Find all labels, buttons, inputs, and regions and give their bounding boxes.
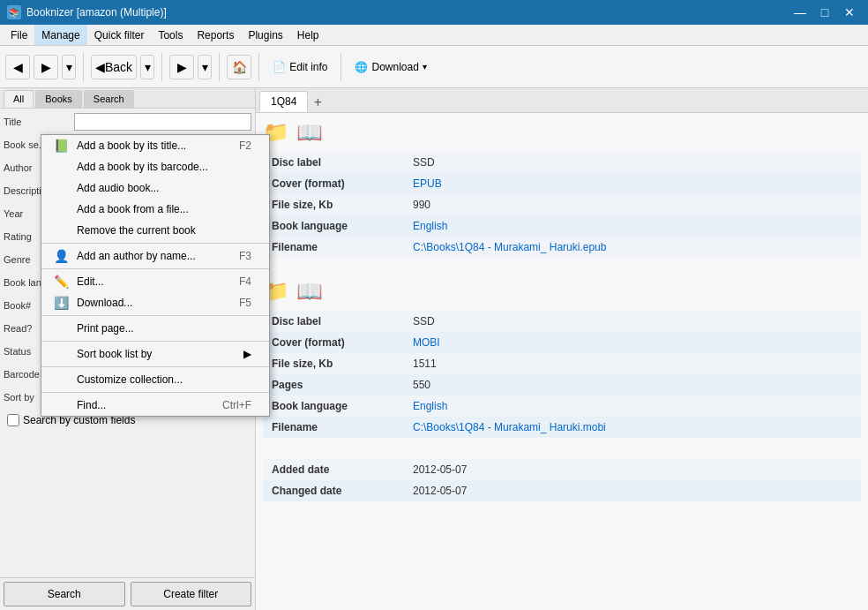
label-disc1: Disc label <box>263 152 404 173</box>
edit-info-button[interactable]: 📄 Edit info <box>266 51 333 83</box>
add-author-shortcut: F3 <box>221 250 251 262</box>
menu-file[interactable]: File <box>4 25 34 45</box>
value-filename1[interactable]: C:\Books\1Q84 - Murakami_ Haruki.epub <box>404 237 861 258</box>
add-file-label: Add a book from a file... <box>77 203 189 215</box>
menu-item-add-file[interactable]: Add a book from a file... <box>41 199 269 220</box>
label-lang1: Book language <box>263 215 404 237</box>
menu-reports[interactable]: Reports <box>190 25 241 45</box>
download-button[interactable]: 🌐 Download ▾ <box>348 51 432 83</box>
menu-item-add-title[interactable]: 📗 Add a book by its title... F2 <box>41 135 269 156</box>
separator1 <box>83 53 84 81</box>
menu-item-edit[interactable]: ✏️ Edit... F4 <box>41 271 269 292</box>
menu-item-customize[interactable]: Customize collection... <box>41 369 269 390</box>
menu-item-add-author[interactable]: 👤 Add an author by name... F3 <box>41 245 269 267</box>
tab-books[interactable]: Books <box>35 90 82 108</box>
download-icon: 🌐 <box>355 61 368 73</box>
tab-search[interactable]: Search <box>84 90 134 108</box>
tab-all[interactable]: All <box>4 90 34 108</box>
value-cover2[interactable]: MOBI <box>404 332 861 353</box>
nav-prev2[interactable]: ▶ <box>34 55 58 79</box>
info-table-2: Disc label SSD Cover (format) MOBI File … <box>263 311 861 438</box>
nav-prev1[interactable]: ◀ <box>5 55 30 79</box>
right-panel: 1Q84 + 📁 📖 Disc label SSD Cover (forma <box>256 88 868 610</box>
nav-dropdown3[interactable]: ▾ <box>198 55 212 79</box>
title-input[interactable] <box>74 113 251 131</box>
label-filesize1: File size, Kb <box>263 194 404 215</box>
menu-item-find[interactable]: Find... Ctrl+F <box>41 395 269 416</box>
value-filesize1: 990 <box>404 194 861 215</box>
label-filename2: Filename <box>263 417 404 438</box>
window-controls: — □ ✕ <box>789 4 861 21</box>
table-row: Filename C:\Books\1Q84 - Murakami_ Haruk… <box>263 417 861 438</box>
main-area: All Books Search Title Book se... Author… <box>0 88 868 610</box>
edit-info-label: Edit info <box>289 61 327 73</box>
remove-label: Remove the current book <box>77 224 196 237</box>
menu-item-sort[interactable]: Sort book list by ▶ <box>41 343 269 365</box>
menu-quickfilter[interactable]: Quick filter <box>87 25 152 45</box>
value-filesize2: 1511 <box>404 353 861 374</box>
menu-item-add-barcode[interactable]: Add a book by its barcode... <box>41 156 269 177</box>
nav-fwd[interactable]: ▶ <box>169 55 194 79</box>
menu-help[interactable]: Help <box>290 25 326 45</box>
menu-tools[interactable]: Tools <box>151 25 190 45</box>
nav-dropdown2[interactable]: ▾ <box>140 55 154 79</box>
menu-item-add-audio[interactable]: Add audio book... <box>41 177 269 199</box>
window-title: Booknizer [amazon (Multiple)] <box>26 6 167 19</box>
menu-manage[interactable]: Manage <box>34 25 86 45</box>
nav-dropdown1[interactable]: ▾ <box>62 55 76 79</box>
menu-plugins[interactable]: Plugins <box>241 25 289 45</box>
tab-bar: 1Q84 + <box>256 88 868 113</box>
table-row: Book language English <box>263 395 861 417</box>
tab-1q84[interactable]: 1Q84 <box>259 91 308 112</box>
sort-submenu-arrow: ▶ <box>243 348 251 360</box>
divider-1 <box>41 243 269 244</box>
title-label: Title <box>4 117 74 127</box>
table-row: Filename C:\Books\1Q84 - Murakami_ Haruk… <box>263 237 861 258</box>
label-disc2: Disc label <box>263 311 404 332</box>
author-icon: 👤 <box>52 249 70 263</box>
add-tab-button[interactable]: + <box>308 93 327 112</box>
maximize-button[interactable]: □ <box>813 4 836 21</box>
table-row: Cover (format) EPUB <box>263 173 861 194</box>
value-filename2[interactable]: C:\Books\1Q84 - Murakami_ Haruki.mobi <box>404 417 861 438</box>
filter-row-title: Title <box>4 112 251 132</box>
value-lang1[interactable]: English <box>404 215 861 237</box>
label-filesize2: File size, Kb <box>263 353 404 374</box>
label-cover2: Cover (format) <box>263 332 404 353</box>
section-divider-2 <box>263 452 861 459</box>
search-button[interactable]: Search <box>4 582 125 606</box>
table-row: Added date 2012-05-07 <box>263 459 861 480</box>
nav-home[interactable]: 🏠 <box>227 55 251 79</box>
toolbar: ◀ ▶ ▾ ◀ Back ▾ ▶ ▾ 🏠 📄 Edit info 🌐 Downl… <box>0 46 868 88</box>
divider-2 <box>41 268 269 269</box>
menu-bar: File Manage Quick filter Tools Reports P… <box>0 25 868 46</box>
menu-item-print[interactable]: Print page... <box>41 318 269 339</box>
menu-item-download[interactable]: ⬇️ Download... F5 <box>41 292 269 313</box>
nav-back[interactable]: ◀ Back <box>91 55 137 79</box>
table-row: Disc label SSD <box>263 152 861 173</box>
value-cover1[interactable]: EPUB <box>404 173 861 194</box>
tab-1q84-label: 1Q84 <box>271 95 296 108</box>
value-disc1: SSD <box>404 152 861 173</box>
book-section-3: Added date 2012-05-07 Changed date 2012-… <box>263 459 861 501</box>
book-section-1: 📁 📖 Disc label SSD Cover (format) EPUB F… <box>263 120 861 258</box>
create-filter-button[interactable]: Create filter <box>131 582 252 606</box>
separator4 <box>258 53 259 81</box>
label-pages2: Pages <box>263 374 404 395</box>
download-shortcut: F5 <box>221 297 251 309</box>
sort-label: Sort book list by <box>77 348 152 360</box>
table-row: Disc label SSD <box>263 311 861 332</box>
download-arrow-icon: ▾ <box>423 62 427 72</box>
menu-item-remove[interactable]: Remove the current book <box>41 220 269 241</box>
book-icon-2: 📖 <box>296 279 323 304</box>
download-label: Download <box>371 61 418 73</box>
find-label: Find... <box>77 399 106 411</box>
value-pages2: 550 <box>404 374 861 395</box>
separator2 <box>161 53 162 81</box>
download-menu-icon: ⬇️ <box>52 296 70 310</box>
custom-fields-checkbox[interactable] <box>7 414 19 426</box>
minimize-button[interactable]: — <box>789 4 812 21</box>
value-lang2[interactable]: English <box>404 395 861 417</box>
table-row: Cover (format) MOBI <box>263 332 861 353</box>
close-button[interactable]: ✕ <box>838 4 861 21</box>
